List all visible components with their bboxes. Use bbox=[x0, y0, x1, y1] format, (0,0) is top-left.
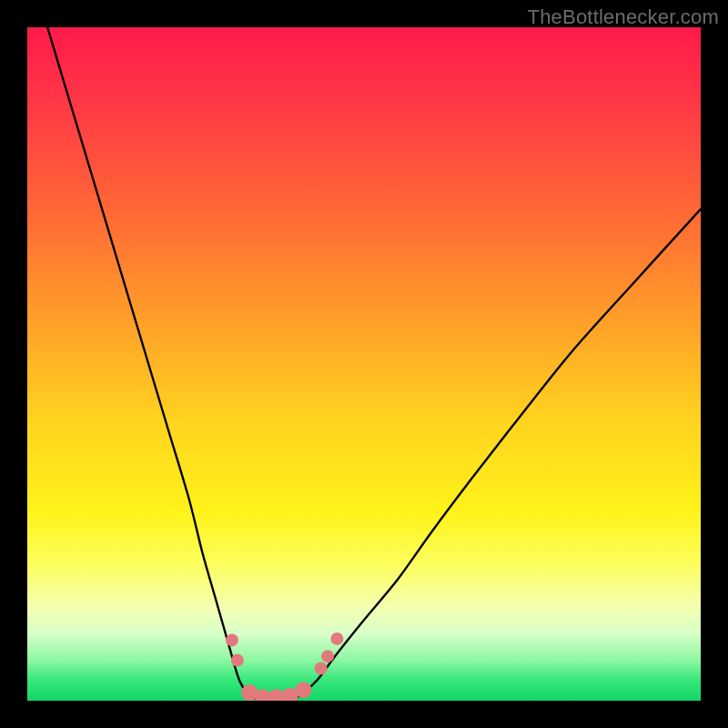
data-point-marker bbox=[330, 632, 343, 645]
chart-frame: TheBottlenecker.com bbox=[0, 0, 728, 728]
data-point-marker bbox=[295, 682, 311, 698]
plot-area bbox=[27, 27, 701, 701]
data-point-marker bbox=[321, 650, 334, 662]
data-point-marker bbox=[315, 662, 328, 674]
watermark-text: TheBottlenecker.com bbox=[528, 5, 719, 29]
data-point-marker bbox=[226, 633, 238, 646]
data-point-marker bbox=[231, 654, 244, 667]
data-markers bbox=[27, 27, 701, 701]
